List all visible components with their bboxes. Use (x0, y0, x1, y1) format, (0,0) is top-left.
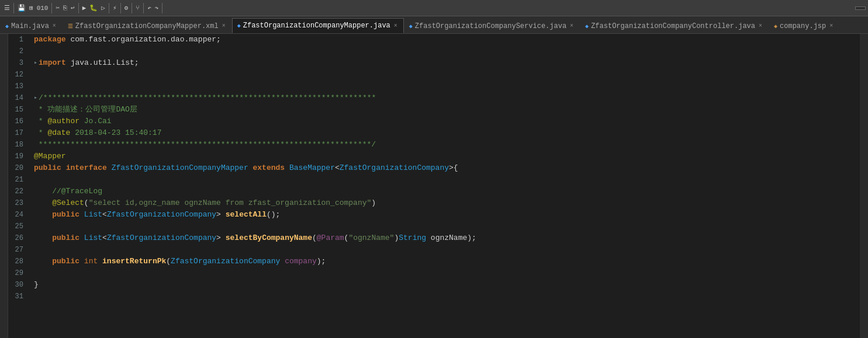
line-num-text: 14 (15, 92, 23, 104)
tab-icon-xml: ☰ (68, 23, 73, 30)
toolbar-debug-btn[interactable]: 🐛 (88, 4, 99, 12)
tab-close-btn[interactable]: × (758, 23, 763, 29)
code-line-20: public interface ZfastOrganizationCompan… (34, 162, 855, 174)
toolbar-sep-8 (162, 3, 162, 13)
token-plain: < (102, 209, 107, 221)
line-number-17: 17 (8, 127, 26, 139)
quick-access-button[interactable] (855, 6, 866, 10)
token-plain (79, 232, 84, 244)
tab-close-btn[interactable]: × (569, 23, 575, 29)
code-line-17: * @date 2018-04-23 15:40:17 (34, 127, 855, 139)
tab-close-btn[interactable]: × (51, 23, 57, 29)
line-number-22: 22 (8, 186, 26, 197)
line-num-text: 16 (15, 116, 23, 127)
line-num-text: 12 (15, 69, 23, 81)
toolbar-save-all-btn[interactable]: ⊞ (27, 4, 35, 12)
toolbar-menu-btn[interactable]: ☰ (2, 4, 12, 12)
line-number-18: 18 (8, 139, 26, 151)
scrollbar[interactable] (860, 34, 868, 338)
tab-main-java[interactable]: ◆Main.java× (0, 18, 63, 33)
token-plain: > (216, 232, 221, 244)
line-number-16: 16 (8, 116, 26, 127)
token-plain (248, 162, 253, 174)
token-method: selectAll (226, 209, 267, 221)
toolbar-copy-btn[interactable]: ⎘ (61, 5, 69, 12)
code-area[interactable]: package com.fast.organization.dao.mapper… (29, 34, 860, 338)
toolbar-vcs-btn[interactable]: ⚙ (123, 4, 130, 12)
toolbar-sep-3 (78, 3, 79, 13)
token-plain: ( (344, 232, 349, 244)
tab-label: company.jsp (780, 22, 826, 30)
line-number-3: 3 (8, 57, 26, 69)
tab-label: Main.java (11, 22, 49, 30)
line-num-text: 17 (15, 127, 23, 139)
token-plain (61, 162, 66, 174)
toolbar-save-btn[interactable]: 💾 (16, 4, 27, 12)
code-line-28: public int insertReturnPk(ZfastOrganizat… (34, 256, 855, 267)
tab-close-btn[interactable]: × (393, 23, 399, 29)
token-type: ZfastOrganizationCompany (107, 232, 216, 244)
tab-mapper-xml[interactable]: ☰ZfastOrganizationCompanyMapper.xml× (63, 18, 232, 33)
token-type: ZfastOrganizationCompanyMapper (112, 162, 248, 174)
line-number-27: 27 (8, 244, 26, 256)
token-method: selectByCompanyName (226, 232, 312, 244)
token-plain (221, 232, 226, 244)
tab-label: ZfastOrganizationCompanyController.java (591, 22, 755, 30)
token-plain: ) (371, 197, 376, 209)
token-plain: ( (166, 256, 171, 267)
toolbar-build-btn[interactable]: ▶ (81, 4, 88, 12)
line-number-13: 13 (8, 81, 26, 92)
tab-company-jsp[interactable]: ◈company.jsp× (769, 18, 839, 33)
token-plain: >{ (449, 162, 458, 174)
line-num-text: 19 (15, 151, 23, 162)
token-kw: public (52, 256, 79, 267)
tab-service-java[interactable]: ◆ZfastOrganizationCompanyService.java× (404, 18, 580, 33)
token-kw: import (39, 57, 66, 69)
line-num-text: 30 (15, 279, 23, 291)
token-str: "select id,ognz_name ognzName from zfast… (89, 197, 372, 209)
token-plain: (); (267, 209, 280, 221)
code-line-15: * 功能描述：公司管理DAO层 (34, 104, 855, 116)
token-ann: @date (47, 127, 70, 139)
toolbar-redo-btn[interactable]: ↷ (153, 4, 161, 12)
toolbar-sep-2 (51, 3, 52, 13)
code-line-22: //@TraceLog (34, 186, 855, 197)
token-ann: @Mapper (34, 151, 66, 162)
token-cmt: * (34, 116, 47, 127)
token-plain (34, 197, 52, 209)
toolbar-git-btn[interactable]: ⑂ (134, 5, 141, 12)
toolbar-counter-btn[interactable]: 010 (35, 5, 50, 12)
toolbar-profile-btn[interactable]: ⚡ (111, 4, 119, 12)
toolbar-cut-btn[interactable]: ✂ (54, 4, 61, 12)
token-plain (221, 209, 226, 221)
line-num-text: 25 (15, 221, 23, 232)
line-num-text: 15 (15, 104, 23, 116)
toolbar-undo-btn[interactable]: ↶ (146, 4, 153, 12)
token-cmt: * 功能描述：公司管理DAO层 (34, 104, 137, 116)
code-line-30: } (34, 279, 855, 291)
code-line-18: ****************************************… (34, 139, 855, 151)
fold-icon[interactable]: ▸ (34, 92, 37, 104)
token-kw: extends (253, 162, 285, 174)
line-number-23: 23 (8, 197, 26, 209)
token-cmt: 2018-04-23 15:40:17 (70, 127, 161, 139)
code-line-31 (34, 291, 855, 302)
line-num-text: 22 (15, 186, 23, 197)
code-line-25 (34, 221, 855, 232)
toolbar-back-btn[interactable]: ↩ (69, 4, 77, 12)
tab-mapper-java[interactable]: ◆ZfastOrganizationCompanyMapper.java× (232, 18, 404, 33)
line-num-text: 31 (15, 291, 23, 302)
line-number-28: 28 (8, 256, 26, 267)
tab-close-btn[interactable]: × (221, 23, 227, 29)
fold-icon[interactable]: ▸ (34, 57, 37, 69)
tab-close-btn[interactable]: × (828, 23, 834, 29)
token-param: @Param (317, 232, 344, 244)
tab-controller-java[interactable]: ◆ZfastOrganizationCompanyController.java… (580, 18, 769, 33)
toolbar-run-btn[interactable]: ▷ (99, 4, 107, 12)
token-plain: ); (317, 256, 326, 267)
token-plain (285, 162, 289, 174)
toolbar-sep-7 (143, 3, 144, 13)
line-num-text: 18 (15, 139, 23, 151)
line-number-29: 29 (8, 267, 26, 279)
code-line-16: * @author Jo.Cai (34, 116, 855, 127)
